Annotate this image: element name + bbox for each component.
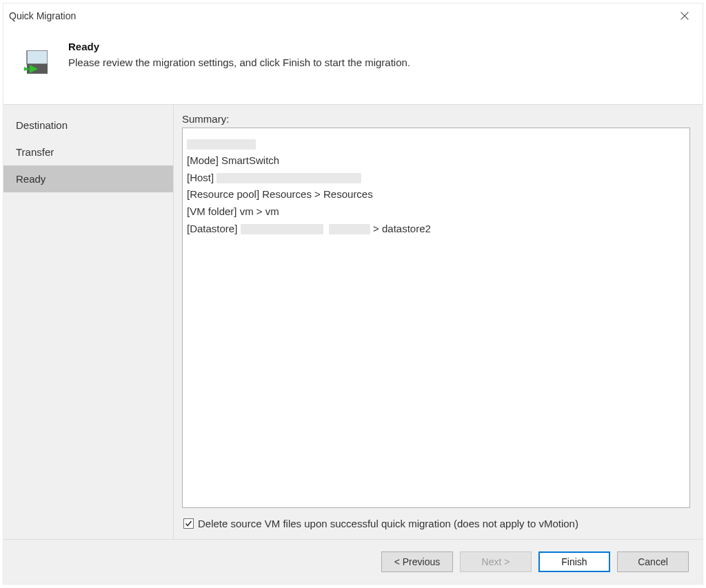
- sidebar-item-label: Transfer: [16, 146, 54, 158]
- summary-line-mode: [Mode] SmartSwitch: [187, 152, 684, 170]
- summary-box: [Mode] SmartSwitch [Host] [Resource pool…: [182, 128, 690, 508]
- titlebar: Quick Migration: [3, 3, 703, 28]
- previous-button[interactable]: < Previous: [381, 551, 453, 572]
- summary-line-datastore: [Datastore] > datastore2: [187, 221, 684, 238]
- migration-dialog: Quick Migration Ready Please review the …: [3, 3, 703, 585]
- svg-line-1: [681, 12, 689, 20]
- page-title: Ready: [68, 41, 689, 52]
- dialog-footer: < Previous Next > Finish Cancel: [3, 540, 703, 584]
- main-panel: Summary: [Mode] SmartSwitch [Host] [Reso…: [173, 105, 703, 539]
- summary-line-vm-folder: [VM folder] vm > vm: [187, 203, 684, 221]
- header-section: Ready Please review the migration settin…: [3, 28, 703, 104]
- wizard-sidebar: Destination Transfer Ready: [3, 105, 173, 539]
- header-text: Ready Please review the migration settin…: [68, 41, 689, 68]
- delete-source-checkbox[interactable]: [183, 518, 194, 529]
- svg-line-0: [681, 12, 689, 20]
- close-icon: [680, 12, 689, 20]
- delete-source-row: Delete source VM files upon successful q…: [182, 518, 690, 532]
- sidebar-item-transfer[interactable]: Transfer: [3, 139, 173, 165]
- checkmark-icon: [185, 520, 192, 527]
- finish-button[interactable]: Finish: [538, 551, 610, 572]
- sidebar-item-ready[interactable]: Ready: [3, 165, 173, 192]
- sidebar-item-destination[interactable]: Destination: [3, 112, 173, 139]
- migration-icon: [24, 50, 48, 74]
- body-section: Destination Transfer Ready Summary: [Mod…: [3, 104, 703, 540]
- window-title: Quick Migration: [9, 10, 76, 21]
- summary-line-name: [187, 135, 684, 152]
- next-button: Next >: [460, 551, 532, 572]
- sidebar-item-label: Destination: [16, 119, 68, 131]
- page-subtitle: Please review the migration settings, an…: [68, 57, 689, 68]
- sidebar-item-label: Ready: [16, 173, 46, 185]
- close-button[interactable]: [672, 6, 697, 26]
- svg-rect-2: [27, 50, 48, 64]
- cancel-button[interactable]: Cancel: [617, 551, 689, 572]
- summary-label: Summary:: [182, 113, 690, 125]
- summary-line-resource-pool: [Resource pool] Resources > Resources: [187, 186, 684, 203]
- summary-line-host: [Host]: [187, 170, 684, 187]
- delete-source-label: Delete source VM files upon successful q…: [198, 518, 578, 529]
